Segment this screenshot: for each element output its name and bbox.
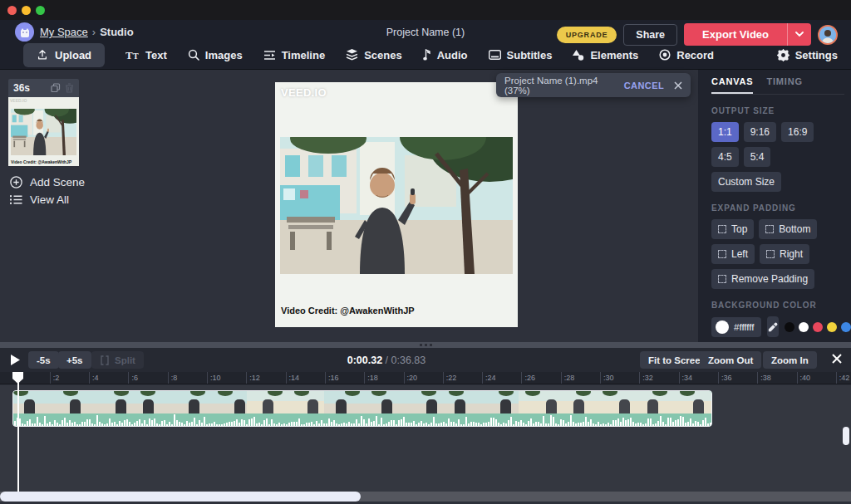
ruler-tick (757, 372, 758, 384)
add-scene-button[interactable]: Add Scene (10, 176, 85, 188)
dashed-square-icon (718, 275, 726, 283)
ratio-button-1-1[interactable]: 1:1 (711, 122, 739, 142)
toolbar-item-audio[interactable]: Audio (423, 49, 468, 61)
background-color-row: #ffffff (711, 316, 851, 337)
timeline-tracks (0, 385, 851, 492)
close-timeline-icon[interactable] (831, 353, 843, 365)
upload-progress-text: Project Name (1).mp4 (37%) (504, 76, 624, 95)
ruler-tick-label: :30 (603, 374, 614, 382)
canvas-settings-panel: CANVAS TIMING OUTPUT SIZE 1:19:1616:94:5… (698, 70, 851, 342)
toolbar-item-text[interactable]: TTText (125, 49, 167, 61)
gear-icon (777, 49, 790, 61)
padding-button-left[interactable]: Left (711, 244, 755, 264)
timeline-resize-handle[interactable] (0, 342, 851, 348)
clip-frame (130, 391, 169, 413)
clip-frame (480, 391, 519, 413)
view-all-label: View All (30, 193, 69, 206)
ruler-tick (89, 372, 90, 384)
forward-5s-button[interactable]: +5s (58, 351, 91, 369)
timecode-separator: / (382, 355, 391, 366)
toolbar-item-elements[interactable]: Elements (573, 49, 638, 61)
toolbar-label-record: Record (676, 49, 714, 61)
ratio-button-5-4[interactable]: 5:4 (744, 147, 771, 167)
ruler-tick-label: :40 (800, 374, 811, 382)
zoom-window-button[interactable] (36, 6, 45, 15)
ratio-button-9-16[interactable]: 9:16 (744, 122, 776, 142)
ruler-tick-label: :10 (210, 374, 221, 382)
padding-button-top[interactable]: Top (711, 219, 754, 239)
minimize-window-button[interactable] (22, 6, 31, 15)
padding-button-remove-padding[interactable]: Remove Padding (711, 269, 814, 289)
color-swatches (785, 322, 851, 332)
toolbar-item-images[interactable]: Images (188, 49, 243, 61)
veed-watermark: VEED.IO (281, 86, 327, 99)
chevron-down-icon (795, 32, 804, 37)
ruler-tick-label: :28 (564, 374, 575, 382)
split-button[interactable]: Split (91, 351, 144, 369)
padding-button-right[interactable]: Right (760, 244, 809, 264)
eyedropper-icon (768, 322, 778, 332)
video-clip-track[interactable] (12, 390, 712, 427)
ruler-tick-label: :4 (92, 374, 99, 382)
ruler-tick-label: :22 (446, 374, 457, 382)
ruler-tick-label: :24 (485, 374, 496, 382)
horizontal-scrollbar-track[interactable] (0, 492, 851, 502)
note-icon (423, 49, 431, 61)
swatch-0b0b0d[interactable] (785, 322, 794, 332)
toolbar-item-record[interactable]: Record (659, 49, 714, 61)
tab-canvas[interactable]: CANVAS (711, 76, 753, 94)
close-window-button[interactable] (7, 6, 17, 15)
scene-card[interactable]: 36s VEED.IO (8, 79, 79, 166)
delete-scene-icon[interactable] (65, 83, 74, 93)
swatch-ffffff[interactable] (799, 322, 809, 332)
playhead-handle[interactable] (12, 372, 23, 387)
video-frame[interactable] (280, 137, 513, 274)
cancel-upload-button[interactable]: CANCEL (624, 81, 664, 91)
clip-frame (13, 391, 52, 413)
ruler-tick (600, 372, 601, 384)
close-toast-icon[interactable] (674, 81, 682, 90)
eyedropper-button[interactable] (767, 316, 779, 337)
upload-progress-toast: Project Name (1).mp4 (37%) CANCEL (496, 73, 691, 97)
swatch-3d87e4[interactable] (841, 322, 851, 332)
playhead-line[interactable] (17, 372, 19, 492)
scene-thumbnail[interactable]: VEED.IO Video Credit: @AwakenWithJP (8, 97, 79, 166)
plus-circle-icon (10, 176, 22, 188)
swatch-f1d23c[interactable] (827, 322, 837, 332)
horizontal-scrollbar-thumb[interactable] (0, 492, 361, 502)
play-button[interactable] (10, 354, 21, 366)
svg-text:T: T (125, 50, 133, 61)
background-hex-button[interactable]: #ffffff (711, 317, 761, 337)
ratio-button-4-5[interactable]: 4:5 (711, 147, 739, 167)
view-all-button[interactable]: View All (10, 193, 69, 206)
timeline-ruler[interactable]: :2:4:6:8:10:12:14:16:18:20:22:24:26:28:3… (0, 372, 851, 384)
toolbar-item-timeline[interactable]: Timeline (263, 49, 326, 61)
toolbar-item-upload[interactable]: Upload (23, 43, 105, 67)
back-5s-button[interactable]: -5s (28, 351, 59, 369)
clip-frame (324, 391, 363, 413)
padding-label: Right (780, 248, 803, 260)
ruler-tick (404, 372, 405, 384)
toolbar-item-scenes[interactable]: Scenes (346, 49, 402, 61)
padding-label: Bottom (779, 223, 810, 235)
duplicate-scene-icon[interactable] (51, 83, 61, 93)
zoom-out-button[interactable]: Zoom Out (700, 351, 761, 369)
preview-canvas[interactable]: VEED.IO Video Credit: @AwakenWithJP (275, 82, 518, 327)
padding-button-bottom[interactable]: Bottom (759, 219, 817, 239)
upload-icon (37, 49, 48, 61)
background-hex-value: #ffffff (734, 322, 755, 332)
ruler-tick-label: :14 (289, 374, 300, 382)
custom-size-button[interactable]: Custom Size (711, 172, 781, 192)
ruler-tick (639, 372, 640, 384)
ruler-tick-label: :6 (131, 374, 138, 382)
vertical-scrollbar-thumb[interactable] (843, 427, 849, 445)
scene-card-header: 36s (8, 79, 79, 97)
settings-button[interactable]: Settings (777, 49, 838, 61)
zoom-in-button[interactable]: Zoom In (763, 351, 817, 369)
swatch-e8475c[interactable] (813, 322, 823, 332)
toolbar-item-subtitles[interactable]: Subtitles (489, 49, 553, 61)
ruler-tick (561, 372, 562, 384)
ratio-button-16-9[interactable]: 16:9 (781, 122, 814, 142)
tab-timing[interactable]: TIMING (766, 76, 802, 94)
dashed-square-icon (765, 225, 774, 233)
